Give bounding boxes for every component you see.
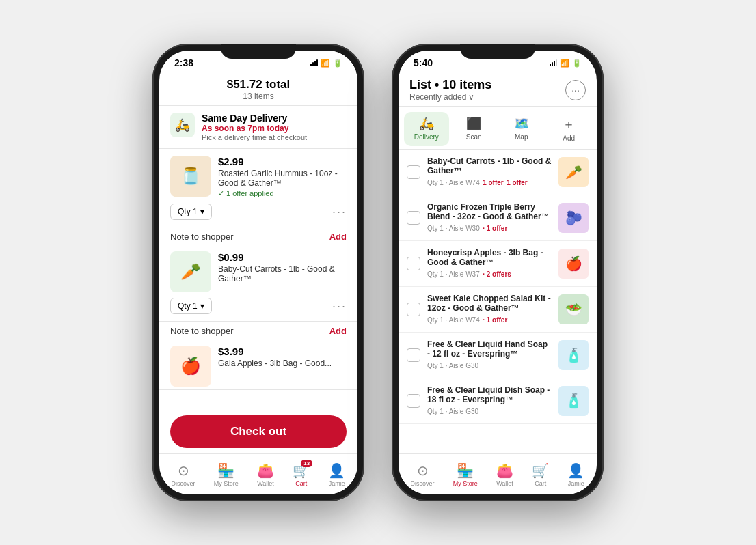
dishsoap-info: Free & Clear Liquid Dish Soap - 18 fl oz… (427, 385, 552, 417)
carrots-more[interactable]: ··· (332, 299, 347, 313)
berries-list-name: Organic Frozen Triple Berry Blend - 32oz… (427, 202, 552, 221)
bottom-nav-2: ⊙ Discover 🏪 My Store 👛 Wallet 🛒 Cart 👤 (399, 453, 597, 494)
signal-icon-2 (550, 59, 557, 66)
apples-list-name: Honeycrisp Apples - 3lb Bag - Good & Gat… (427, 248, 552, 267)
cart-header: $51.72 total 13 items (159, 72, 357, 106)
cart-label: Cart (295, 480, 307, 487)
dishsoap-list-name: Free & Clear Liquid Dish Soap - 18 fl oz… (427, 385, 552, 404)
discover-label: Discover (172, 480, 195, 487)
delivery-title: Same Day Delivery (202, 113, 307, 124)
list-header: List • 10 items Recently added ∨ ··· (399, 72, 597, 107)
carrots-qty[interactable]: Qty 1 ▾ (170, 298, 212, 314)
bottom-nav-1: ⊙ Discover 🏪 My Store 👛 Wallet 🛒 13 C (159, 453, 357, 494)
hummus-image: 🫙 (170, 156, 211, 197)
jamie-label-2: Jamie (568, 480, 584, 487)
list-item-berries[interactable]: Organic Frozen Triple Berry Blend - 32oz… (399, 195, 597, 241)
list-title: List • 10 items (409, 78, 491, 92)
checkbox-dishsoap[interactable] (407, 394, 420, 408)
note-label-1: Note to shopper (170, 232, 234, 242)
carrots-list-img: 🥕 (558, 157, 589, 187)
berries-info: Organic Frozen Triple Berry Blend - 32oz… (427, 202, 552, 234)
nav-cart-2[interactable]: 🛒 Cart (532, 462, 549, 487)
berries-list-img: 🫐 (558, 203, 589, 233)
checkout-bar: Check out (159, 410, 357, 453)
carrots-price: $0.99 (218, 251, 347, 263)
nav-discover-2[interactable]: ⊙ Discover (411, 462, 435, 487)
map-tab-icon: 🗺️ (514, 116, 529, 131)
hummus-qty[interactable]: Qty 1 ▾ (170, 204, 212, 220)
mystore-icon-2: 🏪 (457, 462, 474, 479)
nav-jamie-2[interactable]: 👤 Jamie (567, 462, 584, 487)
list-subtitle: Recently added ∨ (409, 92, 491, 102)
scan-tab-label: Scan (466, 133, 482, 141)
list-items: Baby-Cut Carrots - 1lb - Good & Gather™ … (399, 150, 597, 494)
mystore-label: My Store (214, 480, 239, 487)
list-item-dishsoap[interactable]: Free & Clear Liquid Dish Soap - 18 fl oz… (399, 378, 597, 424)
more-options-button[interactable]: ··· (565, 80, 586, 100)
checkbox-carrots[interactable] (407, 165, 420, 179)
nav-wallet-1[interactable]: 👛 Wallet (257, 462, 274, 487)
delivery-tab-icon: 🛵 (419, 116, 434, 131)
time-1: 2:38 (174, 57, 193, 68)
phone1-screen: 2:38 📶 🔋 $51.72 total 13 items (159, 51, 357, 494)
phone2-frame: 5:40 📶 🔋 List • 10 items (392, 44, 604, 501)
cart-items: 13 items (170, 92, 347, 101)
mystore-icon: 🏪 (217, 462, 234, 479)
hummus-more[interactable]: ··· (332, 205, 347, 219)
status-icons-2: 📶 🔋 (550, 59, 582, 68)
nav-wallet-2[interactable]: 👛 Wallet (496, 462, 513, 487)
apples-details: $3.99 Gala Apples - 3lb Bag - Good... (218, 346, 347, 368)
list-item-carrots[interactable]: Baby-Cut Carrots - 1lb - Good & Gather™ … (399, 150, 597, 195)
chevron-down-icon-2: ▾ (200, 301, 204, 311)
checkbox-berries[interactable] (407, 211, 420, 225)
tab-delivery[interactable]: 🛵 Delivery (404, 112, 449, 146)
status-icons-1: 📶 🔋 (310, 59, 342, 68)
list-item-kale[interactable]: Sweet Kale Chopped Salad Kit - 12oz - Go… (399, 287, 597, 333)
carrots-controls[interactable]: Qty 1 ▾ ··· (170, 298, 347, 314)
checkbox-apples[interactable] (407, 257, 420, 270)
product-apples: 🍎 $3.99 Gala Apples - 3lb Bag - Good... (159, 339, 357, 390)
nav-jamie-1[interactable]: 👤 Jamie (328, 462, 345, 487)
phone2-screen: 5:40 📶 🔋 List • 10 items (399, 51, 597, 494)
checkbox-handsoap[interactable] (407, 348, 420, 362)
list-item-handsoap[interactable]: Free & Clear Liquid Hand Soap - 12 fl oz… (399, 333, 597, 378)
carrots-details: $0.99 Baby-Cut Carrots - 1lb - Good & Ga… (218, 251, 347, 283)
map-tab-label: Map (515, 133, 528, 141)
checkout-button[interactable]: Check out (170, 415, 347, 448)
add-link-1[interactable]: Add (329, 232, 347, 242)
chevron-down-icon: ▾ (200, 207, 204, 216)
cart-total: $51.72 total (170, 78, 347, 92)
discover-icon-2: ⊙ (417, 462, 429, 479)
tab-map[interactable]: 🗺️ Map (499, 112, 544, 146)
recently-added-label[interactable]: Recently added (409, 92, 466, 102)
tab-scan[interactable]: ⬛ Scan (452, 112, 497, 146)
action-tabs: 🛵 Delivery ⬛ Scan 🗺️ Map ＋ Add (399, 107, 597, 150)
discover-label-2: Discover (411, 480, 435, 487)
product-hummus: 🫙 $2.99 Roasted Garlic Hummus - 10oz - G… (159, 149, 357, 227)
list-item-apples[interactable]: Honeycrisp Apples - 3lb Bag - Good & Gat… (399, 241, 597, 287)
cart-badge: 13 (301, 460, 312, 467)
handsoap-list-name: Free & Clear Liquid Hand Soap - 12 fl oz… (427, 339, 552, 359)
nav-mystore-2[interactable]: 🏪 My Store (453, 462, 478, 487)
nav-discover-1[interactable]: ⊙ Discover (172, 462, 195, 487)
delivery-text: Same Day Delivery As soon as 7pm today P… (202, 113, 307, 141)
hummus-controls[interactable]: Qty 1 ▾ ··· (170, 204, 347, 220)
delivery-icon: 🛵 (170, 113, 195, 137)
time-2: 5:40 (414, 57, 433, 68)
nav-mystore-1[interactable]: 🏪 My Store (214, 462, 239, 487)
apples-name: Gala Apples - 3lb Bag - Good... (218, 359, 347, 368)
apples-detail: Qty 1 · Aisle W37 · 2 offers (427, 267, 552, 279)
add-link-2[interactable]: Add (329, 326, 347, 336)
carrots-image: 🥕 (170, 251, 211, 292)
tab-add[interactable]: ＋ Add (547, 112, 592, 146)
chevron-down-icon-3: ∨ (468, 92, 474, 102)
scan-tab-icon: ⬛ (466, 116, 481, 131)
note-row-1: Note to shopper Add (159, 227, 357, 244)
discover-icon: ⊙ (178, 462, 189, 479)
phones-container: 2:38 📶 🔋 $51.72 total 13 items (152, 44, 604, 501)
profile-icon-2: 👤 (567, 462, 584, 479)
checkbox-kale[interactable] (407, 303, 420, 316)
nav-cart-1[interactable]: 🛒 13 Cart (293, 462, 310, 487)
dishsoap-detail: Qty 1 · Aisle G30 (427, 404, 552, 417)
wallet-label-2: Wallet (496, 480, 513, 487)
